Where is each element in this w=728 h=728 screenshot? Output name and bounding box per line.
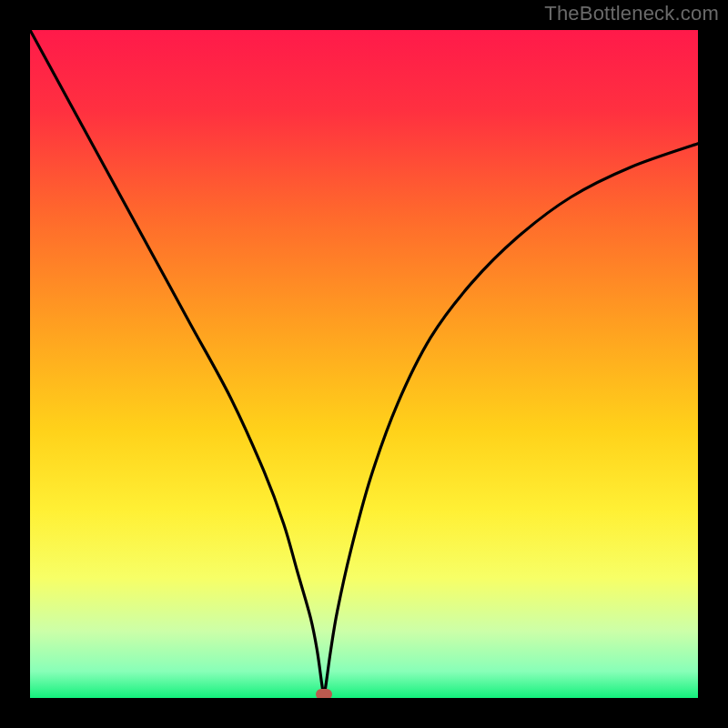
watermark-text: TheBottleneck.com	[544, 2, 719, 25]
minimum-marker	[316, 689, 332, 698]
bottleneck-curve	[30, 30, 698, 698]
plot-area	[30, 30, 698, 698]
chart-frame: TheBottleneck.com	[0, 0, 728, 728]
